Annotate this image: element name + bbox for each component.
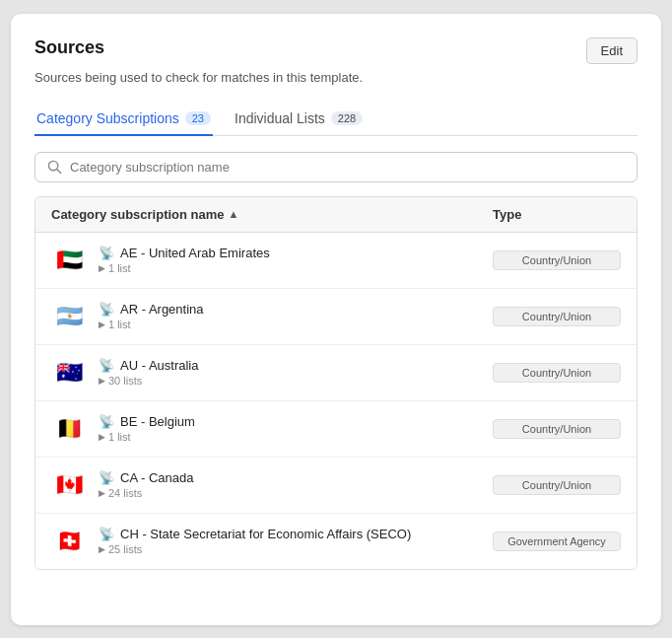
tabs-container: Category Subscriptions 23 Individual Lis… bbox=[34, 103, 638, 136]
col-type-header: Type bbox=[493, 207, 621, 222]
row-left: 🇦🇺 📡 AU - Australia ▶ 30 lists bbox=[51, 355, 493, 390]
sources-card: Sources Edit Sources being used to check… bbox=[11, 14, 661, 625]
row-sub-text: 1 list bbox=[108, 431, 131, 443]
tab-individual-badge: 228 bbox=[331, 111, 363, 125]
card-subtitle: Sources being used to check for matches … bbox=[34, 70, 638, 85]
expand-arrow: ▶ bbox=[99, 319, 105, 329]
table-row[interactable]: 🇧🇪 📡 BE - Belgium ▶ 1 list Country/Union bbox=[35, 401, 637, 458]
feed-icon: 📡 bbox=[99, 246, 114, 260]
table-row[interactable]: 🇦🇪 📡 AE - United Arab Emirates ▶ 1 list … bbox=[35, 233, 637, 289]
card-title: Sources bbox=[34, 37, 104, 58]
flag-ae: 🇦🇪 bbox=[51, 243, 87, 278]
feed-icon: 📡 bbox=[99, 470, 114, 485]
row-left: 🇨🇭 📡 CH - State Secretariat for Economic… bbox=[51, 524, 493, 559]
row-sub-text: 25 lists bbox=[108, 543, 142, 555]
table-row[interactable]: 🇦🇺 📡 AU - Australia ▶ 30 lists Country/U… bbox=[35, 345, 637, 401]
type-badge: Country/Union bbox=[493, 250, 621, 270]
flag-be: 🇧🇪 bbox=[51, 411, 87, 447]
table-row[interactable]: 🇨🇭 📡 CH - State Secretariat for Economic… bbox=[35, 514, 637, 569]
sort-icon: ▲ bbox=[229, 208, 239, 220]
row-title: AE - United Arab Emirates bbox=[120, 246, 270, 260]
expand-arrow: ▶ bbox=[99, 376, 105, 386]
row-title: AU - Australia bbox=[120, 358, 198, 373]
row-left: 🇧🇪 📡 BE - Belgium ▶ 1 list bbox=[51, 411, 493, 447]
type-badge: Government Agency bbox=[493, 532, 621, 551]
tab-category-subscriptions[interactable]: Category Subscriptions 23 bbox=[34, 103, 213, 136]
tab-individual-lists[interactable]: Individual Lists 228 bbox=[233, 103, 365, 136]
feed-icon: 📡 bbox=[99, 358, 114, 373]
expand-arrow: ▶ bbox=[99, 488, 105, 498]
table-header: Category subscription name ▲ Type bbox=[35, 197, 637, 233]
feed-icon: 📡 bbox=[99, 527, 114, 541]
row-left: 🇦🇪 📡 AE - United Arab Emirates ▶ 1 list bbox=[51, 243, 493, 278]
flag-au: 🇦🇺 bbox=[51, 355, 87, 390]
col-name-header: Category subscription name ▲ bbox=[51, 207, 493, 222]
type-badge: Country/Union bbox=[493, 363, 621, 383]
row-sub-text: 1 list bbox=[108, 262, 131, 274]
search-icon bbox=[47, 160, 62, 175]
flag-ar: 🇦🇷 bbox=[51, 299, 87, 334]
row-sub-text: 1 list bbox=[108, 319, 131, 330]
table-row[interactable]: 🇨🇦 📡 CA - Canada ▶ 24 lists Country/Unio… bbox=[35, 458, 637, 514]
tab-individual-label: Individual Lists bbox=[235, 110, 325, 126]
svg-line-1 bbox=[57, 169, 61, 173]
type-badge: Country/Union bbox=[493, 419, 621, 439]
subscriptions-table: Category subscription name ▲ Type 🇦🇪 📡 A… bbox=[34, 196, 638, 570]
table-row[interactable]: 🇦🇷 📡 AR - Argentina ▶ 1 list Country/Uni… bbox=[35, 289, 637, 345]
row-title: CH - State Secretariat for Economic Affa… bbox=[120, 527, 411, 541]
edit-button[interactable]: Edit bbox=[586, 37, 638, 64]
row-left: 🇦🇷 📡 AR - Argentina ▶ 1 list bbox=[51, 299, 493, 334]
expand-arrow: ▶ bbox=[99, 544, 105, 554]
search-bar bbox=[34, 152, 638, 182]
flag-ca: 🇨🇦 bbox=[51, 467, 87, 503]
expand-arrow: ▶ bbox=[99, 432, 105, 442]
row-title: AR - Argentina bbox=[120, 302, 204, 317]
row-left: 🇨🇦 📡 CA - Canada ▶ 24 lists bbox=[51, 467, 493, 503]
tab-category-label: Category Subscriptions bbox=[36, 110, 179, 126]
type-badge: Country/Union bbox=[493, 475, 621, 495]
card-header: Sources Edit bbox=[34, 37, 638, 64]
row-sub-text: 24 lists bbox=[108, 487, 142, 499]
type-badge: Country/Union bbox=[493, 307, 621, 326]
row-title: BE - Belgium bbox=[120, 414, 195, 429]
row-sub-text: 30 lists bbox=[108, 375, 142, 387]
row-title: CA - Canada bbox=[120, 470, 193, 485]
feed-icon: 📡 bbox=[99, 414, 114, 429]
tab-category-badge: 23 bbox=[185, 111, 211, 125]
expand-arrow: ▶ bbox=[99, 263, 105, 273]
flag-ch: 🇨🇭 bbox=[51, 524, 87, 559]
feed-icon: 📡 bbox=[99, 302, 114, 317]
search-input[interactable] bbox=[70, 160, 625, 175]
